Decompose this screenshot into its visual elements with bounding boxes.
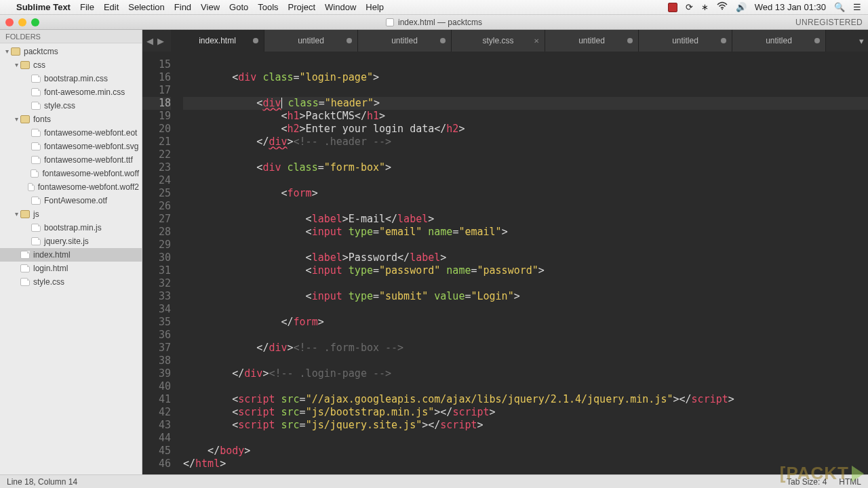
line-number: 24 [142,174,171,187]
folder-icon [11,47,20,56]
menu-tools[interactable]: Tools [258,2,278,12]
tab-untitled[interactable]: untitled [639,30,732,52]
file-icon [31,237,41,245]
file-jquery-site-js[interactable]: jquery.site.js [0,235,142,248]
line-number: 25 [142,187,171,200]
svg-point-0 [722,9,723,10]
code-line: <h2>Enter your login data</h2> [183,123,868,136]
file-style-css[interactable]: style.css [0,275,142,289]
line-number: 33 [142,290,171,303]
file-font-awesome-min-css[interactable]: font-awesome.min.css [0,85,142,99]
file-login-html[interactable]: login.html [0,262,142,275]
file-index-html[interactable]: index.html [0,248,142,262]
disclosure-arrow-icon[interactable] [12,210,20,218]
tree-item-label: style.css [33,277,64,287]
mac-menubar: Sublime Text FileEditSelectionFindViewGo… [0,0,868,15]
file-icon [31,197,41,205]
line-number: 31 [142,264,171,277]
line-number: 38 [142,354,171,367]
minimize-window-button[interactable] [18,18,26,26]
line-number: 28 [142,226,171,239]
line-number: 15 [142,58,171,71]
disclosure-arrow-icon[interactable] [3,47,11,55]
menu-edit[interactable]: Edit [104,2,119,12]
syntax-mode[interactable]: HTML [839,477,861,487]
code-line [183,354,868,367]
tree-item-label: fontawesome-webfont.ttf [44,155,133,165]
cursor-position: Line 18, Column 14 [7,477,77,487]
folder-packtcms[interactable]: packtcms [0,45,142,58]
tab-untitled[interactable]: untitled [545,30,639,52]
file-icon [31,129,41,137]
tab-untitled[interactable]: untitled [732,30,826,52]
file-fontawesome-webfont-ttf[interactable]: fontawesome-webfont.ttf [0,153,142,167]
menu-icon[interactable]: ☰ [853,2,861,12]
code-line [183,329,868,342]
tab-untitled[interactable]: untitled [358,30,452,52]
menu-window[interactable]: Window [325,2,356,12]
line-number: 40 [142,380,171,393]
file-icon [20,264,30,272]
app-name[interactable]: Sublime Text [16,2,71,12]
tab-label: untitled [766,36,792,45]
zoom-window-button[interactable] [31,18,39,26]
document-icon [386,18,394,26]
disclosure-arrow-icon[interactable] [12,115,20,123]
tab-index-html[interactable]: index.html [171,30,264,52]
close-window-button[interactable] [5,18,14,26]
code-line: </form> [183,316,868,329]
tab-style-css[interactable]: style.css✕ [452,30,545,52]
tab-size[interactable]: Tab Size: 4 [787,477,827,487]
code-line [183,432,868,445]
tree-item-label: FontAwesome.otf [44,196,107,205]
menu-selection[interactable]: Selection [128,2,164,12]
line-number: 39 [142,367,171,380]
line-number: 32 [142,277,171,290]
file-style-css[interactable]: style.css [0,99,142,113]
tree-item-label: font-awesome.min.css [44,87,125,97]
folder-css[interactable]: css [0,58,142,72]
file-icon [31,88,41,96]
tab-close-icon[interactable]: ✕ [534,37,539,45]
menu-file[interactable]: File [80,2,94,12]
file-fontawesome-webfont-eot[interactable]: fontawesome-webfont.eot [0,126,142,140]
folder-fonts[interactable]: fonts [0,113,142,126]
tab-label: style.css [482,36,513,45]
file-fontawesome-webfont-woff2[interactable]: fontawesome-webfont.woff2 [0,180,142,194]
file-bootstrap-min-js[interactable]: bootstrap.min.js [0,221,142,235]
tab-untitled[interactable]: untitled [264,30,358,52]
disclosure-arrow-icon[interactable] [12,61,20,68]
tree-item-label: style.css [44,101,75,110]
file-bootstrap-min-css[interactable]: bootstrap.min.css [0,72,142,85]
file-icon [20,278,30,286]
code-content[interactable]: <div class="login-page"> <div class="hea… [178,52,868,474]
menu-view[interactable]: View [201,2,220,12]
tab-dirty-icon [347,38,352,43]
file-fontawesome-webfont-svg[interactable]: fontawesome-webfont.svg [0,140,142,153]
code-line: <input type="email" name="email"> [183,226,868,239]
file-fontawesome-webfont-woff[interactable]: fontawesome-webfont.woff [0,167,142,180]
menu-find[interactable]: Find [174,2,191,12]
line-number: 29 [142,239,171,251]
tab-nav-forward-icon[interactable]: ▶ [157,36,167,45]
menu-project[interactable]: Project [288,2,315,12]
spotlight-icon[interactable]: 🔍 [834,2,845,12]
tree-item-label: fonts [33,115,51,124]
sidebar: FOLDERS packtcmscssbootstrap.min.cssfont… [0,30,142,474]
line-number: 21 [142,136,171,148]
sidebar-header: FOLDERS [0,30,142,43]
menu-help[interactable]: Help [366,2,384,12]
line-number: 43 [142,419,171,432]
code-line [183,84,868,97]
file-icon [31,156,41,164]
file-icon [20,251,30,259]
tab-label: untitled [391,36,418,45]
tab-label: untitled [298,36,324,45]
menu-goto[interactable]: Goto [229,2,248,12]
folder-js[interactable]: js [0,207,142,221]
code-line [183,239,868,251]
tab-overflow-icon[interactable]: ▾ [854,30,868,52]
file-fontawesome-otf[interactable]: FontAwesome.otf [0,194,142,207]
tab-nav-back-icon[interactable]: ◀ [146,36,156,45]
code-line [183,277,868,290]
